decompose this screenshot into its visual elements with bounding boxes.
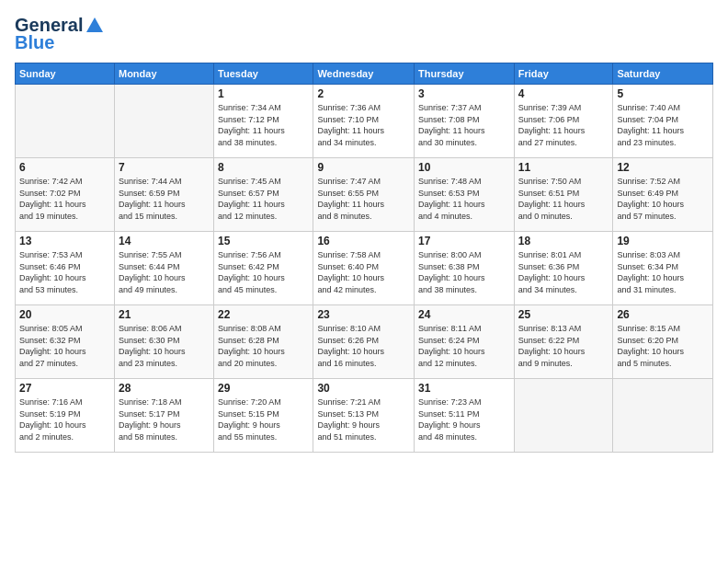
day-number: 13 [19,235,110,247]
day-info: Sunrise: 7:40 AM Sunset: 7:04 PM Dayligh… [617,102,709,148]
calendar-cell: 31Sunrise: 7:23 AM Sunset: 5:11 PM Dayli… [415,379,515,453]
calendar-cell [16,85,115,158]
calendar-cell: 2Sunrise: 7:36 AM Sunset: 7:10 PM Daylig… [313,85,415,158]
calendar-week-row: 1Sunrise: 7:34 AM Sunset: 7:12 PM Daylig… [16,85,713,158]
day-info: Sunrise: 8:00 AM Sunset: 6:38 PM Dayligh… [418,249,510,295]
calendar-cell: 5Sunrise: 7:40 AM Sunset: 7:04 PM Daylig… [613,85,713,158]
day-number: 8 [218,161,309,174]
day-number: 20 [19,308,110,321]
calendar-cell: 24Sunrise: 8:11 AM Sunset: 6:24 PM Dayli… [415,305,515,379]
calendar-week-row: 6Sunrise: 7:42 AM Sunset: 7:02 PM Daylig… [16,158,713,232]
calendar-cell: 14Sunrise: 7:55 AM Sunset: 6:44 PM Dayli… [114,232,213,305]
day-info: Sunrise: 7:53 AM Sunset: 6:46 PM Dayligh… [19,249,110,295]
logo: General Blue [15,15,105,53]
day-info: Sunrise: 7:50 AM Sunset: 6:51 PM Dayligh… [518,176,609,222]
day-of-week-header: Wednesday [313,63,415,85]
day-info: Sunrise: 7:47 AM Sunset: 6:55 PM Dayligh… [317,176,410,222]
day-number: 19 [617,235,709,247]
day-info: Sunrise: 7:16 AM Sunset: 5:19 PM Dayligh… [19,396,110,442]
day-info: Sunrise: 8:11 AM Sunset: 6:24 PM Dayligh… [418,323,510,369]
day-number: 26 [617,308,709,321]
day-number: 12 [617,161,709,174]
calendar-cell: 9Sunrise: 7:47 AM Sunset: 6:55 PM Daylig… [313,158,415,232]
day-info: Sunrise: 7:52 AM Sunset: 6:49 PM Dayligh… [617,176,709,222]
day-info: Sunrise: 7:36 AM Sunset: 7:10 PM Dayligh… [317,102,410,148]
day-of-week-header: Saturday [613,63,713,85]
day-number: 28 [119,382,210,395]
day-number: 18 [518,235,609,247]
day-info: Sunrise: 8:05 AM Sunset: 6:32 PM Dayligh… [19,323,110,369]
day-number: 11 [518,161,609,174]
day-number: 4 [518,87,609,100]
day-info: Sunrise: 7:37 AM Sunset: 7:08 PM Dayligh… [418,102,510,148]
day-info: Sunrise: 8:10 AM Sunset: 6:26 PM Dayligh… [317,323,410,369]
day-info: Sunrise: 8:01 AM Sunset: 6:36 PM Dayligh… [518,249,609,295]
calendar-cell: 11Sunrise: 7:50 AM Sunset: 6:51 PM Dayli… [514,158,613,232]
day-info: Sunrise: 7:39 AM Sunset: 7:06 PM Dayligh… [518,102,609,148]
calendar-cell: 29Sunrise: 7:20 AM Sunset: 5:15 PM Dayli… [214,379,313,453]
day-info: Sunrise: 7:55 AM Sunset: 6:44 PM Dayligh… [119,249,210,295]
day-number: 30 [317,382,410,395]
day-info: Sunrise: 7:45 AM Sunset: 6:57 PM Dayligh… [218,176,309,222]
day-number: 31 [418,382,510,395]
day-info: Sunrise: 8:08 AM Sunset: 6:28 PM Dayligh… [218,323,309,369]
calendar-cell: 1Sunrise: 7:34 AM Sunset: 7:12 PM Daylig… [214,85,313,158]
day-number: 23 [317,308,410,321]
day-number: 7 [119,161,210,174]
day-number: 21 [119,308,210,321]
day-info: Sunrise: 8:13 AM Sunset: 6:22 PM Dayligh… [518,323,609,369]
day-info: Sunrise: 7:58 AM Sunset: 6:40 PM Dayligh… [317,249,410,295]
svg-marker-0 [86,17,103,32]
calendar-cell: 18Sunrise: 8:01 AM Sunset: 6:36 PM Dayli… [514,232,613,305]
day-of-week-header: Monday [114,63,213,85]
calendar-cell [514,379,613,453]
calendar-week-row: 13Sunrise: 7:53 AM Sunset: 6:46 PM Dayli… [16,232,713,305]
day-number: 1 [218,87,309,100]
day-info: Sunrise: 8:15 AM Sunset: 6:20 PM Dayligh… [617,323,709,369]
day-of-week-header: Thursday [415,63,515,85]
calendar-cell: 15Sunrise: 7:56 AM Sunset: 6:42 PM Dayli… [214,232,313,305]
calendar-cell: 28Sunrise: 7:18 AM Sunset: 5:17 PM Dayli… [114,379,213,453]
logo-icon [85,16,105,36]
calendar-week-row: 27Sunrise: 7:16 AM Sunset: 5:19 PM Dayli… [16,379,713,453]
day-info: Sunrise: 8:06 AM Sunset: 6:30 PM Dayligh… [119,323,210,369]
calendar-cell: 7Sunrise: 7:44 AM Sunset: 6:59 PM Daylig… [114,158,213,232]
calendar-cell: 25Sunrise: 8:13 AM Sunset: 6:22 PM Dayli… [514,305,613,379]
calendar-cell: 21Sunrise: 8:06 AM Sunset: 6:30 PM Dayli… [114,305,213,379]
day-number: 29 [218,382,309,395]
calendar-cell: 12Sunrise: 7:52 AM Sunset: 6:49 PM Dayli… [613,158,713,232]
calendar-cell: 8Sunrise: 7:45 AM Sunset: 6:57 PM Daylig… [214,158,313,232]
day-number: 3 [418,87,510,100]
day-number: 25 [518,308,609,321]
day-of-week-header: Tuesday [214,63,313,85]
day-info: Sunrise: 7:34 AM Sunset: 7:12 PM Dayligh… [218,102,309,148]
calendar-cell: 27Sunrise: 7:16 AM Sunset: 5:19 PM Dayli… [16,379,115,453]
day-number: 16 [317,235,410,247]
calendar-cell: 30Sunrise: 7:21 AM Sunset: 5:13 PM Dayli… [313,379,415,453]
logo-blue: Blue [15,32,54,53]
day-info: Sunrise: 7:18 AM Sunset: 5:17 PM Dayligh… [119,396,210,442]
calendar-cell: 26Sunrise: 8:15 AM Sunset: 6:20 PM Dayli… [613,305,713,379]
day-number: 27 [19,382,110,395]
day-number: 22 [218,308,309,321]
calendar-cell: 22Sunrise: 8:08 AM Sunset: 6:28 PM Dayli… [214,305,313,379]
day-number: 6 [19,161,110,174]
day-number: 17 [418,235,510,247]
calendar-cell: 17Sunrise: 8:00 AM Sunset: 6:38 PM Dayli… [415,232,515,305]
day-info: Sunrise: 7:48 AM Sunset: 6:53 PM Dayligh… [418,176,510,222]
page: General Blue SundayMondayTuesdayWednesda… [0,0,728,563]
calendar-cell: 20Sunrise: 8:05 AM Sunset: 6:32 PM Dayli… [16,305,115,379]
calendar-table: SundayMondayTuesdayWednesdayThursdayFrid… [15,63,713,453]
day-number: 15 [218,235,309,247]
day-of-week-header: Sunday [16,63,115,85]
day-number: 14 [119,235,210,247]
day-number: 5 [617,87,709,100]
calendar-cell [114,85,213,158]
day-info: Sunrise: 7:44 AM Sunset: 6:59 PM Dayligh… [119,176,210,222]
calendar-cell: 16Sunrise: 7:58 AM Sunset: 6:40 PM Dayli… [313,232,415,305]
header: General Blue [15,15,713,53]
calendar-cell: 23Sunrise: 8:10 AM Sunset: 6:26 PM Dayli… [313,305,415,379]
day-number: 9 [317,161,410,174]
day-info: Sunrise: 7:56 AM Sunset: 6:42 PM Dayligh… [218,249,309,295]
day-info: Sunrise: 7:20 AM Sunset: 5:15 PM Dayligh… [218,396,309,442]
